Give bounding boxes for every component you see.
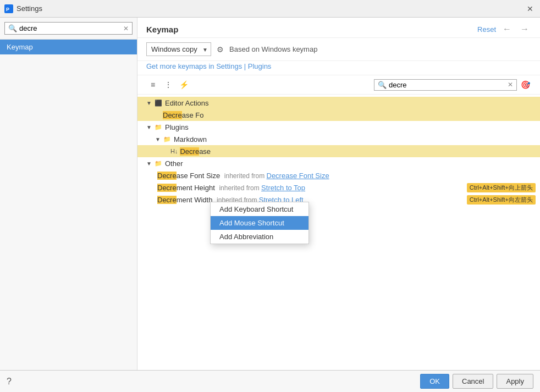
folder-icon: 📁: [154, 159, 163, 168]
content-header: Keymap Reset ← →: [137, 18, 540, 38]
keymap-select-wrapper: Windows copy Default Mac OS X Eclipse Em…: [146, 42, 211, 56]
item-label: Decrease: [180, 147, 536, 156]
window-title: Settings: [16, 4, 42, 13]
main-layout: 🔍 ✕ Keymap Keymap Reset ← → Windows copy: [0, 18, 540, 370]
header-actions: Reset ← →: [477, 23, 531, 35]
shortcut-badge: Ctrl+Alt+Shift+向左箭头: [467, 195, 536, 205]
toolbar-row: ≡ ⋮ ⚡ 🔍 ✕ 🎯: [137, 75, 540, 95]
section-icon: ⬛: [154, 98, 163, 107]
filter-button[interactable]: ⚡: [177, 79, 190, 91]
content-area: Keymap Reset ← → Windows copy Default Ma…: [137, 18, 540, 370]
inherited-text: inherited from: [224, 172, 267, 180]
find-in-icon[interactable]: 🎯: [519, 79, 531, 91]
keymap-select[interactable]: Windows copy Default Mac OS X Eclipse Em…: [146, 42, 211, 56]
tree-row-decrement-height[interactable]: Decrement Height inherited from Stretch …: [137, 181, 540, 194]
highlight-span: Decre: [157, 184, 177, 192]
folder-collapse-arrow[interactable]: ▼: [155, 136, 163, 142]
context-menu: Add Keyboard Shortcut Add Mouse Shortcut…: [210, 202, 309, 244]
keymap-links-row: Get more keymaps in Settings | Plugins: [137, 61, 540, 75]
highlight-span: Decre: [163, 111, 182, 119]
nav-forward-button[interactable]: →: [518, 23, 531, 35]
inherited-link[interactable]: Stretch to Top: [261, 184, 305, 192]
item-label: Decrement Height inherited from Stretch …: [157, 184, 465, 192]
shortcut-badge: Ctrl+Alt+Shift+向上箭头: [467, 183, 536, 192]
nav-back-button[interactable]: ←: [500, 23, 514, 35]
item-label: Decrement Width inherited from Stretch t…: [157, 196, 465, 204]
section-label: Other: [165, 159, 536, 168]
bottom-buttons: OK Cancel Apply: [420, 374, 533, 389]
sidebar-search-box[interactable]: 🔍 ✕: [4, 22, 133, 35]
tree-content: ▼ ⬛ Editor Actions Decrease Fo ▼ 📁 Plugi…: [137, 95, 540, 370]
folder-icon: 📁: [154, 123, 163, 131]
highlight-span: Decre: [157, 196, 177, 204]
tree-section-editor-actions[interactable]: ▼ ⬛ Editor Actions: [137, 97, 540, 109]
context-menu-item-mouse[interactable]: Add Mouse Shortcut: [211, 216, 308, 230]
sidebar: 🔍 ✕ Keymap: [0, 18, 137, 370]
toolbar-search-box[interactable]: 🔍 ✕: [374, 79, 517, 91]
svg-text:P: P: [6, 7, 9, 12]
section-label: Plugins: [165, 123, 536, 131]
inherited-text: inherited from: [219, 184, 261, 192]
highlight-span: Decre: [157, 172, 177, 180]
sidebar-search-input[interactable]: [19, 24, 121, 32]
tree-row-decrease-fo[interactable]: Decrease Fo: [137, 109, 540, 121]
close-button[interactable]: ✕: [525, 3, 536, 14]
reset-button[interactable]: Reset: [477, 25, 496, 34]
tree-section-plugins[interactable]: ▼ 📁 Plugins: [137, 121, 540, 133]
tree-row-decrement-width[interactable]: Decrement Width inherited from Stretch t…: [137, 194, 540, 206]
get-more-keymaps-link[interactable]: Get more keymaps in Settings | Plugins: [146, 62, 271, 70]
inherited-link[interactable]: Decrease Font Size: [267, 172, 329, 180]
keymap-config-row: Windows copy Default Mac OS X Eclipse Em…: [137, 38, 540, 61]
tree-plugin-markdown[interactable]: ▼ 📁 Markdown: [137, 133, 540, 145]
section-label: Editor Actions: [165, 99, 536, 107]
toolbar-search-clear-icon[interactable]: ✕: [508, 81, 513, 89]
context-menu-item-abbreviation[interactable]: Add Abbreviation: [211, 230, 308, 244]
help-button[interactable]: ?: [7, 377, 12, 387]
cancel-button[interactable]: Cancel: [453, 374, 493, 389]
context-menu-item-keyboard[interactable]: Add Keyboard Shortcut: [211, 202, 308, 216]
section-collapse-arrow[interactable]: ▼: [146, 100, 154, 106]
ok-button[interactable]: OK: [420, 374, 449, 389]
section-collapse-arrow[interactable]: ▼: [146, 124, 154, 130]
item-label: Decrease Font Size inherited from Decrea…: [157, 172, 536, 180]
highlight-span: Decre: [180, 147, 199, 156]
title-bar-left: P Settings: [4, 4, 42, 13]
bottom-bar: ? OK Cancel Apply: [0, 370, 540, 392]
item-label: Decrease Fo: [163, 111, 536, 119]
section-collapse-arrow[interactable]: ▼: [146, 161, 154, 167]
tree-row-decrease-font-size[interactable]: Decrease Font Size inherited from Decrea…: [137, 169, 540, 181]
apply-button[interactable]: Apply: [497, 374, 533, 389]
toolbar-search-area: 🔍 ✕ 🎯: [374, 79, 531, 91]
folder-icon: 📁: [163, 135, 172, 143]
sidebar-search-clear-icon[interactable]: ✕: [123, 25, 129, 32]
search-icon: 🔍: [8, 24, 17, 32]
expand-all-button[interactable]: ≡: [146, 79, 159, 91]
based-on-text: Based on Windows keymap: [229, 45, 317, 53]
toolbar-icons: ≡ ⋮ ⚡: [146, 79, 190, 91]
tree-row-decrease-markdown[interactable]: H↓ Decrease: [137, 145, 540, 157]
sidebar-item-keymap[interactable]: Keymap: [0, 40, 137, 54]
page-title: Keymap: [146, 25, 178, 34]
toolbar-search-input[interactable]: [389, 81, 505, 89]
collapse-all-button[interactable]: ⋮: [162, 79, 175, 91]
markdown-label: Markdown: [174, 135, 536, 143]
tree-section-other[interactable]: ▼ 📁 Other: [137, 157, 540, 169]
gear-icon[interactable]: ⚙: [217, 45, 224, 54]
title-bar: P Settings ✕: [0, 0, 540, 18]
sidebar-search-area: 🔍 ✕: [0, 18, 137, 40]
heading-icon: H↓: [170, 148, 178, 154]
toolbar-search-icon: 🔍: [378, 81, 387, 89]
app-icon: P: [4, 4, 13, 13]
